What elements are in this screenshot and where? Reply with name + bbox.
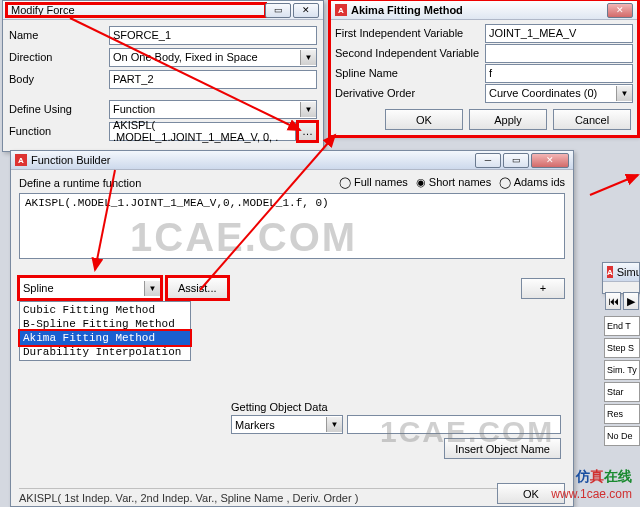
insert-object-button[interactable]: Insert Object Name: [444, 438, 561, 459]
play-icon[interactable]: ▶: [623, 292, 639, 310]
define-combo[interactable]: Function▼: [109, 100, 317, 119]
assist-button[interactable]: Assist...: [167, 277, 228, 299]
rewind-icon[interactable]: ⏮: [605, 292, 621, 310]
svg-line-3: [590, 175, 638, 195]
minimize-icon[interactable]: ▭: [265, 3, 291, 18]
app-icon: A: [607, 266, 613, 278]
deriv-label: Derivative Order: [335, 87, 485, 99]
side-item[interactable]: No De: [604, 426, 640, 446]
modify-force-title: Modify Force: [7, 4, 265, 16]
function-label: Function: [9, 125, 109, 137]
category-combo[interactable]: Spline▼: [19, 277, 161, 299]
list-item[interactable]: Durability Interpolation: [20, 345, 190, 359]
apply-button[interactable]: Apply: [469, 109, 547, 130]
v2-label: Second Independent Variable: [335, 47, 485, 59]
minimize-icon[interactable]: ─: [475, 153, 501, 168]
side-item[interactable]: Step S: [604, 338, 640, 358]
close-icon[interactable]: ✕: [531, 153, 569, 168]
akima-titlebar: A Akima Fitting Method ✕: [331, 1, 637, 20]
app-icon: A: [15, 154, 27, 166]
list-item[interactable]: Cubic Fitting Method: [20, 303, 190, 317]
method-listbox[interactable]: Cubic Fitting Method B-Spline Fitting Me…: [19, 301, 191, 361]
side-item[interactable]: End T: [604, 316, 640, 336]
side-item[interactable]: Res: [604, 404, 640, 424]
close-icon[interactable]: ✕: [607, 3, 633, 18]
function-builder-window: A Function Builder ─ ▭ ✕ Define a runtim…: [10, 150, 574, 507]
name-label: Name: [9, 29, 109, 41]
chevron-down-icon[interactable]: ▼: [300, 50, 316, 65]
ok-button[interactable]: OK: [385, 109, 463, 130]
getting-object-label: Getting Object Data: [231, 401, 561, 413]
chevron-down-icon[interactable]: ▼: [144, 281, 160, 296]
body-input[interactable]: PART_2: [109, 70, 317, 89]
modify-force-window: Modify Force ▭ ✕ Name SFORCE_1 Direction…: [2, 0, 324, 152]
modify-force-titlebar: Modify Force ▭ ✕: [3, 1, 323, 20]
expression-textarea[interactable]: AKISPL(.MODEL_1.JOINT_1_MEA_V,0,.MODEL_1…: [19, 193, 565, 259]
spline-label: Spline Name: [335, 67, 485, 79]
simu-window: A Simu: [602, 262, 640, 294]
v1-input[interactable]: JOINT_1_MEA_V: [485, 24, 633, 43]
list-item-selected[interactable]: Akima Fitting Method: [20, 331, 190, 345]
side-item[interactable]: Star: [604, 382, 640, 402]
v2-input[interactable]: [485, 44, 633, 63]
builder-titlebar: A Function Builder ─ ▭ ✕: [11, 151, 573, 170]
chevron-down-icon[interactable]: ▼: [326, 417, 342, 432]
maximize-icon[interactable]: ▭: [503, 153, 529, 168]
simu-title: Simu: [617, 266, 640, 278]
name-input[interactable]: SFORCE_1: [109, 26, 317, 45]
side-item[interactable]: Sim. Ty: [604, 360, 640, 380]
function-input[interactable]: AKISPL( .MODEL_1.JOINT_1_MEA_V, 0, .: [109, 122, 296, 141]
function-hint: AKISPL( 1st Indep. Var., 2nd Indep. Var.…: [19, 488, 503, 504]
plus-button[interactable]: +: [521, 278, 565, 299]
radio-short[interactable]: ◉ Short names: [416, 176, 491, 189]
builder-title: Function Builder: [31, 154, 475, 166]
list-item[interactable]: B-Spline Fitting Method: [20, 317, 190, 331]
v1-label: First Independent Variable: [335, 27, 485, 39]
app-icon: A: [335, 4, 347, 16]
define-label: Define Using: [9, 103, 109, 115]
body-label: Body: [9, 73, 109, 85]
spline-input[interactable]: f: [485, 64, 633, 83]
cancel-button[interactable]: Cancel: [553, 109, 631, 130]
akima-window: A Akima Fitting Method ✕ First Independe…: [330, 0, 638, 136]
chevron-down-icon[interactable]: ▼: [616, 86, 632, 101]
radio-full[interactable]: ◯ Full names: [339, 176, 408, 189]
markers-combo[interactable]: Markers▼: [231, 415, 343, 434]
builder-ok-button[interactable]: OK: [497, 483, 565, 504]
close-icon[interactable]: ✕: [293, 3, 319, 18]
function-browse-button[interactable]: …: [298, 122, 317, 141]
deriv-combo[interactable]: Curve Coordinates (0)▼: [485, 84, 633, 103]
object-input[interactable]: [347, 415, 561, 434]
define-runtime-label: Define a runtime function: [19, 177, 141, 189]
chevron-down-icon[interactable]: ▼: [300, 102, 316, 117]
direction-combo[interactable]: On One Body, Fixed in Space▼: [109, 48, 317, 67]
direction-label: Direction: [9, 51, 109, 63]
akima-title: Akima Fitting Method: [351, 4, 607, 16]
radio-adams[interactable]: ◯ Adams ids: [499, 176, 565, 189]
